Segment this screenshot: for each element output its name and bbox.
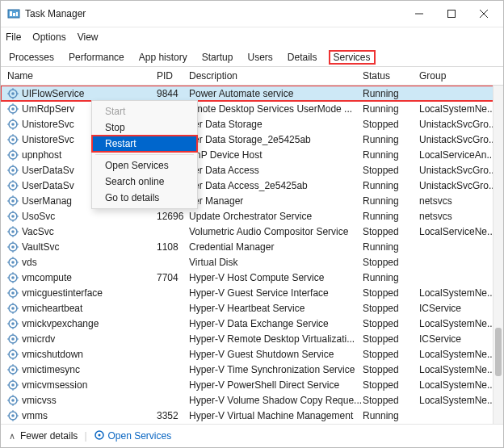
service-row[interactable]: vmcompute7704Hyper-V Host Compute Servic… [1, 270, 497, 285]
service-description: ser Manager [189, 195, 363, 207]
service-row[interactable]: vdsVirtual DiskStopped [1, 254, 497, 270]
gear-icon [7, 119, 19, 130]
service-group: LocalServiceNe... [419, 226, 497, 237]
service-group: LocalSystemNe... [419, 103, 497, 115]
svg-point-69 [11, 245, 15, 249]
gear-icon [7, 349, 19, 360]
column-header-status[interactable]: Status [363, 70, 419, 82]
service-row[interactable]: UnistoreSvcser Data Storage_2e5425abRunn… [1, 132, 497, 147]
service-row[interactable]: vmictimesyncHyper-V Time Synchronization… [1, 362, 497, 377]
service-row[interactable]: vmicrdvHyper-V Remote Desktop Virtualiza… [1, 331, 497, 346]
context-go-to-details[interactable]: Go to details [92, 190, 197, 206]
context-stop[interactable]: Stop [92, 119, 197, 136]
service-description: Virtual Disk [189, 257, 363, 268]
svg-point-63 [11, 230, 15, 233]
service-row[interactable]: vmicvmsessionHyper-V PowerShell Direct S… [1, 377, 497, 392]
service-row[interactable]: VSSVolume Shadow CopyStopped [1, 423, 497, 424]
service-row[interactable]: VacSvcVolumetric Audio Compositor Servic… [1, 224, 497, 239]
maximize-button[interactable] [435, 2, 468, 26]
tab-services[interactable]: Services [329, 50, 376, 65]
gear-icon [7, 379, 19, 391]
column-header-name[interactable]: Name [6, 70, 157, 82]
service-name: UnistoreSvc [22, 119, 74, 130]
service-row[interactable]: vmicguestinterfaceHyper-V Guest Service … [1, 285, 497, 300]
service-row[interactable]: vmickvpexchangeHyper-V Data Exchange Ser… [1, 316, 497, 331]
tab-users[interactable]: Users [244, 50, 275, 65]
service-row[interactable]: vmms3352Hyper-V Virtual Machine Manageme… [1, 408, 497, 423]
menu-options[interactable]: Options [32, 31, 65, 43]
gear-icon [7, 103, 19, 115]
open-services-link[interactable]: Open Services [94, 429, 172, 443]
svg-point-93 [11, 307, 15, 310]
svg-point-111 [11, 353, 15, 356]
app-icon [7, 7, 20, 20]
column-header-pid[interactable]: PID [157, 70, 189, 82]
menu-view[interactable]: View [78, 31, 99, 43]
service-row[interactable]: upnphostPnP Device HostRunningLocalServi… [1, 147, 497, 162]
tab-details[interactable]: Details [284, 50, 321, 65]
footer-divider: | [84, 430, 86, 442]
fewer-details-link[interactable]: Fewer details [20, 430, 78, 442]
menu-file[interactable]: File [6, 31, 21, 43]
service-description: Hyper-V PowerShell Direct Service [189, 379, 363, 391]
service-row[interactable]: UsoSvc12696Update Orchestrator ServiceRu… [1, 208, 497, 224]
service-description: Volumetric Audio Compositor Service [189, 226, 363, 237]
column-header-group[interactable]: Group [419, 70, 503, 82]
service-group: UnistackSvcGro... [419, 180, 497, 191]
service-group: UnistackSvcGro... [419, 165, 497, 176]
context-start[interactable]: Start [92, 103, 197, 119]
scrollbar-thumb[interactable] [495, 328, 502, 376]
service-group: UnistackSvcGro... [419, 134, 497, 145]
tab-app-history[interactable]: App history [136, 50, 191, 65]
tab-startup[interactable]: Startup [199, 50, 237, 65]
service-name: vmicrdv [22, 333, 55, 345]
service-row[interactable]: UserDataSvser Data Access_2e5425abRunnin… [1, 178, 497, 193]
service-status: Running [363, 211, 419, 222]
service-status: Stopped [363, 318, 419, 329]
column-header-description[interactable]: Description [189, 70, 363, 82]
svg-rect-2 [13, 13, 15, 16]
service-status: Stopped [363, 303, 419, 314]
service-row[interactable]: UserManagser ManagerRunningnetsvcs [1, 193, 497, 208]
service-row[interactable]: vmicheartbeatHyper-V Heartbeat ServiceSt… [1, 300, 497, 316]
gear-icon [7, 241, 19, 253]
service-description: Hyper-V Time Synchronization Service [189, 364, 363, 375]
service-row[interactable]: UserDataSvser Data AccessStoppedUnistack… [1, 162, 497, 178]
tab-performance[interactable]: Performance [65, 50, 128, 65]
service-description: Hyper-V Remote Desktop Virtualizati... [189, 333, 363, 345]
context-open-services[interactable]: Open Services [92, 157, 197, 174]
close-button[interactable] [468, 2, 500, 26]
service-row[interactable]: vmicvssHyper-V Volume Shadow Copy Reque.… [1, 392, 497, 408]
svg-point-57 [11, 215, 15, 218]
svg-point-123 [11, 383, 15, 387]
service-group: LocalServiceAn... [419, 149, 497, 161]
minimize-button[interactable] [403, 2, 435, 26]
service-group: LocalSystemNe... [419, 395, 497, 406]
svg-point-51 [11, 199, 15, 203]
service-status: Stopped [363, 119, 419, 130]
service-row[interactable]: UmRdpServemote Desktop Services UserMode… [1, 101, 497, 116]
service-name: VacSvc [22, 226, 54, 237]
service-row[interactable]: UIFlowService9844Power Automate serviceR… [1, 86, 497, 101]
service-status: Running [363, 180, 419, 191]
service-description: Update Orchestrator Service [189, 211, 363, 222]
context-search-online[interactable]: Search online [92, 174, 197, 190]
svg-point-147 [98, 433, 100, 436]
service-name: UserDataSv [22, 180, 74, 191]
service-row[interactable]: VaultSvc1108Credential ManagerRunning [1, 239, 497, 254]
service-status: Stopped [363, 165, 419, 176]
context-restart[interactable]: Restart [92, 136, 197, 152]
svg-point-129 [11, 399, 15, 402]
service-name: vmms [22, 410, 48, 421]
tab-processes[interactable]: Processes [6, 50, 57, 65]
service-group: netsvcs [419, 195, 497, 207]
service-description: ser Data Storage_2e5425ab [189, 134, 363, 145]
service-description: emote Desktop Services UserMode ... [189, 103, 363, 115]
service-description: PnP Device Host [189, 149, 363, 161]
service-description: Power Automate service [189, 88, 363, 99]
scrollbar[interactable] [493, 86, 503, 424]
service-row[interactable]: UnistoreSvcser Data StorageStoppedUnista… [1, 116, 497, 132]
service-row[interactable]: vmicshutdownHyper-V Guest Shutdown Servi… [1, 346, 497, 362]
service-description: Hyper-V Guest Shutdown Service [189, 349, 363, 360]
service-status: Running [363, 241, 419, 253]
